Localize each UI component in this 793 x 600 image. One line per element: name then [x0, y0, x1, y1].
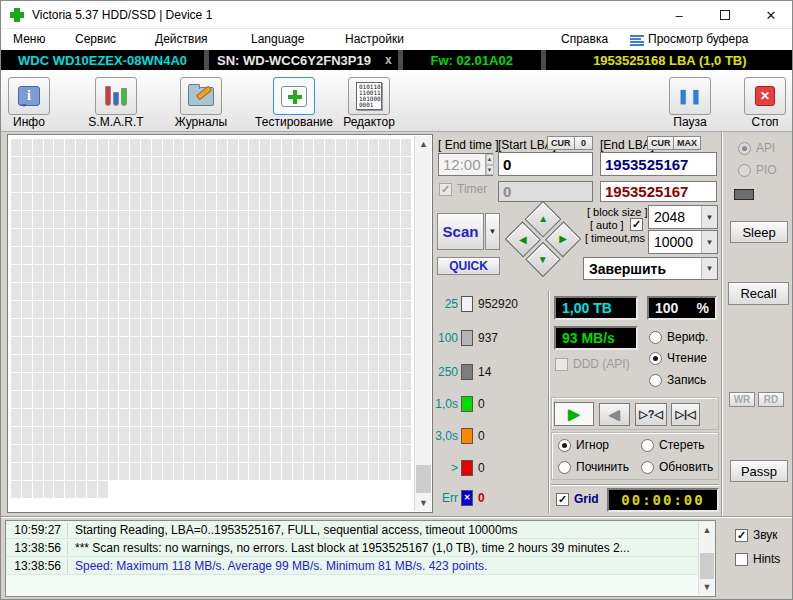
passp-button[interactable]: Passp: [730, 460, 788, 482]
play-button[interactable]: ▶: [554, 402, 594, 426]
api-mode-row[interactable]: API: [738, 141, 775, 155]
scan-button[interactable]: Scan: [437, 213, 484, 250]
scanned-block: [119, 373, 129, 390]
close-button[interactable]: ✕: [748, 1, 793, 29]
testing-button[interactable]: [273, 77, 315, 115]
scanned-block: [401, 355, 411, 372]
scanned-block: [293, 463, 303, 480]
menu-language[interactable]: Language: [251, 32, 304, 46]
scanned-block: [239, 139, 249, 156]
verify-radio[interactable]: [649, 331, 662, 344]
scanned-block: [119, 265, 129, 282]
scroll-down-icon[interactable]: ▼: [415, 495, 432, 511]
ignore-radio[interactable]: [558, 439, 571, 452]
scanned-block: [54, 445, 64, 462]
menu-help[interactable]: Справка: [561, 32, 608, 46]
spin-down-icon[interactable]: ▼: [486, 165, 494, 176]
action-repair[interactable]: Починить: [558, 460, 629, 474]
menu-service[interactable]: Сервис: [75, 32, 116, 46]
grid-checkbox[interactable]: [556, 493, 569, 506]
end-lba-input[interactable]: [600, 152, 717, 176]
pio-radio[interactable]: [738, 164, 751, 177]
menu-buffer-view[interactable]: Просмотр буфера: [648, 32, 749, 46]
step-button[interactable]: ▷|◁: [671, 403, 700, 426]
recall-button[interactable]: Recall: [728, 282, 789, 305]
stop-button[interactable]: ✕: [744, 77, 786, 115]
write-radio[interactable]: [649, 374, 662, 387]
scanned-block: [184, 247, 194, 264]
scanned-block: [174, 427, 184, 444]
timeout-combo[interactable]: 10000▼: [648, 230, 718, 254]
scrollbar-thumb[interactable]: [700, 553, 714, 579]
spin-up-icon[interactable]: ▲: [486, 154, 494, 165]
hints-checkbox[interactable]: [735, 553, 748, 566]
scanned-block: [325, 427, 335, 444]
pio-mode-row[interactable]: PIO: [738, 163, 777, 177]
scanned-block: [325, 283, 335, 300]
block-size-combo[interactable]: 2048▼: [648, 205, 718, 229]
back-button[interactable]: ◀: [599, 403, 630, 426]
quick-button[interactable]: QUICK: [437, 257, 500, 275]
device-model[interactable]: WDC WD10EZEX-08WN4A0: [1, 50, 204, 70]
journals-button[interactable]: [180, 77, 222, 115]
hints-toggle-row[interactable]: Hints: [735, 552, 780, 566]
scrollbar-thumb[interactable]: [416, 465, 431, 493]
wr-button[interactable]: WR: [729, 392, 755, 407]
api-radio[interactable]: [738, 142, 751, 155]
scroll-up-icon[interactable]: ▲: [699, 522, 715, 538]
scanned-block: [163, 319, 173, 336]
pause-button[interactable]: ❚❚: [669, 77, 711, 115]
scanned-block: [195, 463, 205, 480]
grid-toggle-row[interactable]: Grid: [556, 492, 599, 506]
start-lba-cur-button[interactable]: CUR: [547, 136, 575, 150]
sound-checkbox[interactable]: [735, 529, 748, 542]
refresh-radio[interactable]: [641, 461, 654, 474]
action-ignore[interactable]: Игнор: [558, 438, 609, 452]
minimize-button[interactable]: –: [656, 1, 702, 29]
rd-button[interactable]: RD: [758, 392, 784, 407]
smart-button[interactable]: [95, 77, 137, 115]
action-erase[interactable]: Стереть: [641, 438, 704, 452]
scanned-block: [65, 319, 75, 336]
ddd-checkbox[interactable]: [555, 358, 568, 371]
read-radio[interactable]: [649, 352, 662, 365]
sleep-button[interactable]: Sleep: [730, 221, 788, 243]
after-action-combo[interactable]: Завершить▼: [583, 257, 718, 280]
dropdown-arrow-icon[interactable]: ▼: [701, 206, 717, 228]
menu-settings[interactable]: Настройки: [345, 32, 404, 46]
end-lba-cur-button[interactable]: CUR: [647, 136, 675, 150]
scanned-block: [44, 337, 54, 354]
log-scrollbar[interactable]: ▲ ▼: [698, 522, 714, 595]
timer-checkbox-row[interactable]: Timer: [439, 182, 487, 196]
mode-read[interactable]: Чтение: [649, 351, 707, 365]
end-lba-max-button[interactable]: MAX: [673, 136, 701, 150]
editor-button[interactable]: 010110 110011 101000 0001: [348, 77, 390, 115]
scroll-up-icon[interactable]: ▲: [415, 136, 432, 152]
scan-dropdown-button[interactable]: ▼: [485, 213, 500, 250]
end-time-spinner[interactable]: ▲▼: [485, 154, 494, 175]
mode-verify[interactable]: Вериф.: [649, 330, 708, 344]
dropdown-arrow-icon[interactable]: ▼: [701, 258, 717, 279]
block-map-scrollbar[interactable]: ▲ ▼: [414, 136, 431, 511]
mode-write[interactable]: Запись: [649, 373, 706, 387]
device-tab-close-icon[interactable]: x: [379, 50, 398, 70]
scanned-block: [184, 157, 194, 174]
auto-checkbox[interactable]: [630, 218, 643, 231]
menu-actions[interactable]: Действия: [155, 32, 208, 46]
action-refresh[interactable]: Обновить: [641, 460, 713, 474]
maximize-button[interactable]: [702, 1, 748, 29]
info-button[interactable]: i: [8, 77, 50, 115]
sound-toggle-row[interactable]: Звук: [735, 528, 778, 542]
ddd-api-row[interactable]: DDD (API): [555, 357, 630, 371]
dropdown-arrow-icon[interactable]: ▼: [701, 231, 717, 253]
start-lba-input[interactable]: [498, 152, 593, 176]
scanned-block: [260, 229, 270, 246]
scanned-block: [33, 463, 43, 480]
start-lba-zero-button[interactable]: 0: [574, 136, 593, 150]
repair-radio[interactable]: [558, 461, 571, 474]
menu-main[interactable]: Меню: [13, 32, 45, 46]
scroll-down-icon[interactable]: ▼: [699, 579, 715, 595]
seek-error-button[interactable]: ▷?◁: [635, 403, 667, 426]
erase-radio[interactable]: [641, 439, 654, 452]
timer-checkbox[interactable]: [439, 183, 452, 196]
